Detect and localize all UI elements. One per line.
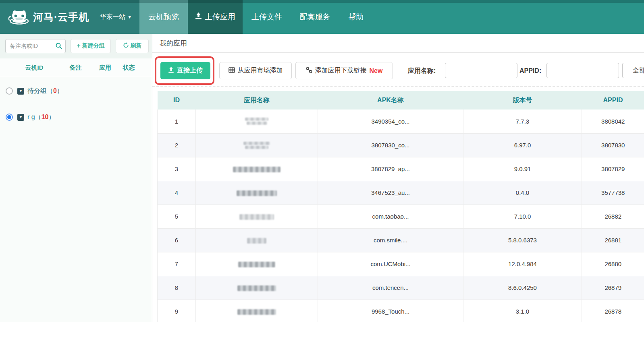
apps-table: ID 应用名称 APK名称 版本号 APPID 13490354_co...7.… [157, 91, 644, 322]
sidebar-toolbar: + 新建分组 刷新 [0, 34, 152, 58]
id-cell: 1 [158, 110, 196, 133]
appid-cell: 26881 [582, 228, 644, 252]
group-radio-selected[interactable] [6, 114, 13, 121]
new-group-button[interactable]: + 新建分组 [71, 39, 111, 53]
appid-filter-input[interactable] [546, 63, 619, 78]
grid-icon [229, 67, 235, 74]
nav-brand-section: 河马·云手机 华东一站 ▼ [0, 0, 139, 34]
version-cell: 7.10.0 [463, 205, 582, 228]
group-count: 0 [53, 87, 57, 95]
sidebar-column-headers: 云机ID 备注 应用 状态 [0, 58, 152, 77]
app-name-filter-input[interactable] [445, 63, 517, 78]
id-cell: 3 [158, 157, 196, 181]
upload-icon [168, 67, 174, 74]
app-name-filter-label: 应用名称: [408, 62, 436, 79]
table-header-row: ID 应用名称 APK名称 版本号 APPID [158, 91, 644, 110]
id-cell: 9 [158, 300, 196, 322]
paren: （ [35, 113, 42, 122]
redacted-app-name [245, 118, 268, 121]
header-apk-name: APK名称 [318, 91, 463, 110]
region-label: 华东一站 [100, 13, 125, 21]
region-dropdown[interactable]: 华东一站 ▼ [100, 13, 132, 21]
collapse-toggle-icon[interactable]: ▼ [17, 88, 24, 95]
all-filter-button[interactable]: 全部 [622, 63, 644, 78]
col-app: 应用 [93, 64, 118, 72]
version-cell: 12.0.4.984 [463, 252, 582, 276]
app-name-cell [196, 228, 318, 252]
group-item-ungrouped[interactable]: ▼ 待分组 （ 0 ） [6, 84, 152, 98]
redacted-app-name [243, 142, 270, 145]
new-group-label: 新建分组 [82, 42, 105, 50]
app-name-cell [196, 181, 318, 205]
apk-name-cell: 3807830_co... [318, 133, 463, 157]
redacted-app-name [247, 122, 267, 125]
new-badge: New [370, 67, 383, 74]
id-cell: 6 [158, 228, 196, 252]
group-name: r g [27, 114, 35, 121]
appid-cell: 26882 [582, 205, 644, 228]
refresh-button[interactable]: 刷新 [116, 39, 149, 53]
apk-name-cell: com.tencen... [318, 276, 463, 300]
appid-cell: 26878 [582, 300, 644, 322]
app-name-cell [196, 133, 318, 157]
app-name-cell [196, 157, 318, 181]
chevron-down-icon: ▼ [127, 15, 132, 19]
refresh-icon [123, 42, 129, 50]
apk-name-cell: com.taobao... [318, 205, 463, 228]
appid-cell: 3807830 [582, 133, 644, 157]
redacted-app-name [237, 285, 276, 291]
appid-filter-label: APPID: [519, 62, 541, 79]
redacted-app-name [237, 309, 276, 315]
group-item-rg[interactable]: ▼ r g （ 10 ） [6, 110, 152, 124]
group-label: 待分组 （ 0 ） [27, 87, 63, 95]
version-cell: 7.7.3 [463, 110, 582, 133]
direct-upload-button[interactable]: 直接上传 [160, 62, 210, 79]
all-filter-label: 全部 [633, 66, 644, 75]
brand-logo[interactable]: 河马·云手机 [7, 8, 89, 26]
search-field-wrap [5, 39, 66, 53]
add-download-link-label: 添加应用下载链接 [315, 66, 367, 75]
nav-item-help[interactable]: 帮助 [339, 0, 372, 34]
appid-cell: 3577738 [582, 181, 644, 205]
page-title: 我的应用 [160, 39, 187, 48]
redacted-app-name [247, 238, 266, 244]
version-cell: 6.97.0 [463, 133, 582, 157]
collapse-toggle-icon[interactable]: ▼ [17, 114, 24, 121]
page-header: 我的应用 [152, 34, 644, 53]
appid-cell: 3808042 [582, 110, 644, 133]
group-list: ▼ 待分组 （ 0 ） ▼ r g （ 10 ） [0, 77, 152, 322]
col-status: 状态 [118, 64, 140, 72]
group-radio-unselected[interactable] [6, 87, 13, 95]
header-version: 版本号 [463, 91, 582, 110]
redacted-app-name [237, 190, 277, 196]
paren: ） [48, 113, 55, 122]
app-name-cell [196, 252, 318, 276]
add-download-link-button[interactable]: 添加应用下载链接 New [295, 62, 393, 79]
redacted-app-name [238, 262, 275, 267]
appid-cell: 26880 [582, 252, 644, 276]
add-from-market-button[interactable]: 从应用市场添加 [219, 62, 292, 79]
redacted-app-name [233, 167, 280, 172]
nav-item-cloud-preview[interactable]: 云机预览 [139, 0, 188, 34]
table-row: 23807830_co...6.97.03807830 [158, 133, 644, 157]
search-icon[interactable] [55, 42, 62, 51]
nav-item-upload-app[interactable]: 上传应用 [188, 0, 243, 34]
version-cell: 9.0.91 [463, 157, 582, 181]
paren: ） [57, 87, 63, 95]
version-cell: 8.6.0.4250 [463, 276, 582, 300]
main-panel: 我的应用 直接上传 [152, 34, 644, 322]
nav-item-upload-file[interactable]: 上传文件 [243, 0, 291, 34]
apps-table-body: 13490354_co...7.7.3380804223807830_co...… [158, 110, 644, 322]
apk-name-cell: 9968_Touch... [318, 300, 463, 322]
nav-item-label: 配套服务 [300, 12, 330, 22]
nav-item-services[interactable]: 配套服务 [291, 0, 339, 34]
appid-cell: 26879 [582, 276, 644, 300]
nav-item-label: 上传文件 [251, 12, 282, 22]
table-row: 7com.UCMobi...12.0.4.98426880 [158, 252, 644, 276]
table-row: 13490354_co...7.7.33808042 [158, 110, 644, 133]
col-note: 备注 [58, 64, 93, 72]
header-appid: APPID [582, 91, 644, 110]
app-name-cell [196, 110, 318, 133]
apk-name-cell: 3807829_ap... [318, 157, 463, 181]
id-cell: 8 [158, 276, 196, 300]
